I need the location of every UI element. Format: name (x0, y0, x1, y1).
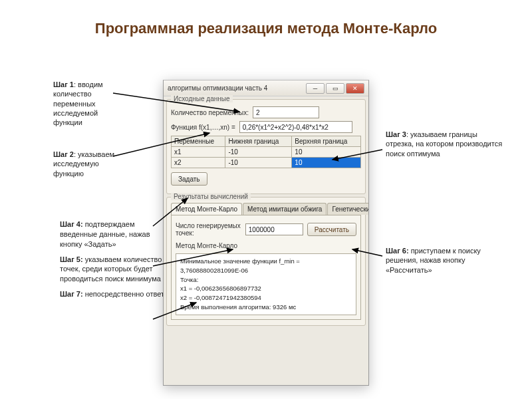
label-points: Число генерируемых точек: (176, 222, 241, 237)
window-min-button[interactable]: ─ (306, 83, 325, 94)
table-row: x1 -10 10 (172, 147, 361, 158)
annot-step3: Шаг 3: указываем границы отрезка, на кот… (386, 130, 505, 158)
tab-monte-carlo[interactable]: Метод Монте-Карло (171, 203, 242, 215)
tab-genetic[interactable]: Генетический алгоритм (327, 203, 369, 215)
label-func: Функция f(x1,…,xn) = (171, 124, 235, 131)
window-close-button[interactable]: ✕ (346, 83, 364, 94)
col-var: Переменные (172, 136, 225, 147)
result-output: Минимальное значение функции f_min = 3,7… (176, 253, 356, 315)
window-title: алгоритмы оптимизации часть 4 (168, 84, 267, 92)
group-results: Результаты вычислений Метод Монте-Карло … (166, 197, 366, 326)
tab-annealing[interactable]: Метод имитации обжига (243, 203, 327, 215)
input-points[interactable]: 1000000 (245, 223, 303, 235)
window-titlebar: алгоритмы оптимизации часть 4 ─ ▭ ✕ (164, 80, 368, 96)
set-button[interactable]: Задать (171, 172, 207, 186)
window-max-button[interactable]: ▭ (326, 83, 344, 94)
group-input-data: Исходные данные Количество переменных: 2… (166, 99, 366, 194)
group-title-input: Исходные данные (171, 95, 233, 102)
calc-button[interactable]: Рассчитать (307, 223, 356, 236)
slide-title: Программная реализация метода Монте-Карл… (0, 0, 532, 44)
annot-step2: Шаг 2: указываем исследуемую функцию (53, 150, 126, 178)
tab-panel: Число генерируемых точек: 1000000 Рассчи… (171, 215, 361, 320)
group-title-results: Результаты вычислений (171, 193, 251, 200)
label-vars: Количество переменных: (171, 109, 249, 116)
col-high: Верхняя граница (292, 136, 361, 147)
steps-column: Шаг 4: подтверждаем введенные данные, на… (60, 219, 166, 305)
annot-step6: Шаг 6: приступаем к поиску решения, нажа… (386, 246, 492, 275)
input-function[interactable]: 0,26*(x1^2+x2^2)-0,48*x1*x2 (239, 121, 352, 133)
method-label: Метод Монте-Карло (176, 242, 356, 249)
table-row: x2 -10 10 (172, 158, 361, 168)
bounds-table[interactable]: Переменные Нижняя граница Верхняя границ… (171, 136, 361, 168)
app-window: алгоритмы оптимизации часть 4 ─ ▭ ✕ Исхо… (163, 80, 369, 386)
input-vars-count[interactable]: 2 (253, 106, 319, 118)
col-low: Нижняя граница (225, 136, 292, 147)
annot-step1: Шаг 1: вводим количество переменных иссл… (53, 80, 126, 127)
